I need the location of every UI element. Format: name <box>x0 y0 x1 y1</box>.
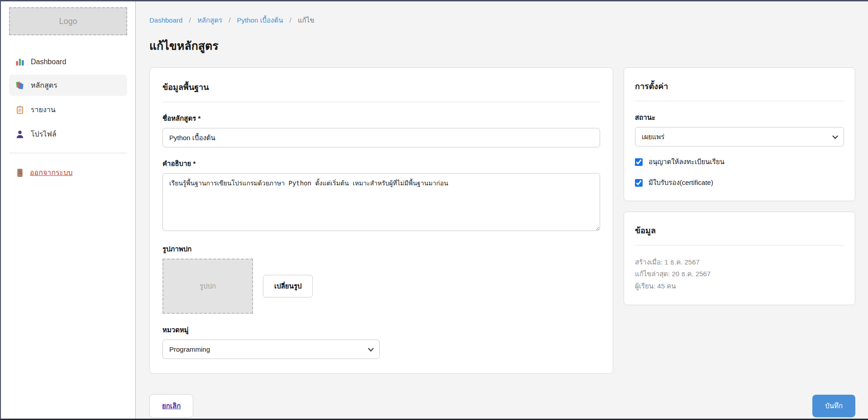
save-button[interactable]: บันทึก <box>812 395 855 417</box>
cover-placeholder-text: รูปปก <box>200 281 216 292</box>
info-card: ข้อมูล สร้างเมื่อ: 1 ธ.ค. 2567 แก้ไขล่าส… <box>624 212 855 305</box>
sidebar-item-courses[interactable]: หลักสูตร <box>9 75 127 96</box>
description-textarea[interactable]: เรียนรู้พื้นฐานการเขียนโปรแกรมด้วยภาษา P… <box>162 173 600 231</box>
category-label: หมวดหมู่ <box>162 325 600 335</box>
app-window: Logo Dashboard <box>0 0 868 420</box>
breadcrumb-separator: / <box>229 16 230 24</box>
settings-card-title: การตั้งค่า <box>635 78 844 101</box>
right-column: การตั้งค่า สถานะ เผยแพร่ อนุญาตให้ลงทะเบ… <box>624 67 855 305</box>
info-created-line: สร้างเมื่อ: 1 ธ.ค. 2567 <box>635 256 844 268</box>
bar-chart-icon <box>15 57 24 66</box>
sidebar-item-reports[interactable]: รายงาน <box>9 99 127 120</box>
category-select-wrap: Programming <box>162 340 380 359</box>
settings-card: การตั้งค่า สถานะ เผยแพร่ อนุญาตให้ลงทะเบ… <box>624 67 855 201</box>
sidebar-divider <box>9 153 127 153</box>
door-icon <box>15 168 24 177</box>
breadcrumb-separator: / <box>189 16 191 24</box>
sidebar-item-profile[interactable]: โปรไฟล์ <box>9 123 127 145</box>
sidebar: Logo Dashboard <box>1 1 136 419</box>
change-image-button[interactable]: เปลี่ยนรูป <box>263 275 313 297</box>
basic-info-card-title: ข้อมูลพื้นฐาน <box>162 79 600 102</box>
status-label: สถานะ <box>635 112 844 123</box>
logout-label: ออกจากระบบ <box>30 167 72 178</box>
logo: Logo <box>9 7 127 35</box>
info-updated-line: แก้ไขล่าสุด: 20 ธ.ค. 2567 <box>635 268 844 280</box>
allow-enrollment-checkbox[interactable] <box>635 158 643 166</box>
clipboard-icon <box>15 105 24 114</box>
cover-image-placeholder: รูปปก <box>162 259 253 314</box>
form-actions: ยกเลิก บันทึก <box>149 394 855 418</box>
certificate-label: มีใบรับรอง(certificate) <box>649 177 713 188</box>
allow-enrollment-label: อนุญาตให้ลงทะเบียนเรียน <box>649 156 725 167</box>
category-field-group: หมวดหมู่ Programming <box>162 325 600 359</box>
sidebar-nav: Dashboard หลักสูตร <box>9 52 127 145</box>
breadcrumb-current: แก้ไข <box>298 16 315 24</box>
status-select[interactable]: เผยแพร่ <box>635 127 844 146</box>
logo-text: Logo <box>59 17 77 26</box>
certificate-checkbox-row[interactable]: มีใบรับรอง(certificate) <box>635 177 844 188</box>
breadcrumb-separator: / <box>290 16 291 24</box>
basic-info-card: ข้อมูลพื้นฐาน ชื่อหลักสูตร * คำอธิบาย * … <box>149 67 613 374</box>
course-name-input[interactable] <box>162 128 600 147</box>
certificate-checkbox[interactable] <box>635 179 643 187</box>
description-field-group: คำอธิบาย * เรียนรู้พื้นฐานการเขียนโปรแกร… <box>162 158 600 233</box>
breadcrumb-link-courses[interactable]: หลักสูตร <box>197 16 222 24</box>
breadcrumb-link-dashboard[interactable]: Dashboard <box>149 16 182 24</box>
breadcrumb-link-course[interactable]: Python เบื้องต้น <box>237 16 283 24</box>
person-icon <box>15 130 24 139</box>
info-card-title: ข้อมูล <box>635 222 844 245</box>
course-name-label: ชื่อหลักสูตร * <box>162 113 600 124</box>
course-name-field-group: ชื่อหลักสูตร * <box>162 113 600 147</box>
page-title: แก้ไขหลักสูตร <box>149 37 855 55</box>
books-icon <box>15 81 24 90</box>
info-students-line: ผู้เรียน: 45 คน <box>635 280 844 292</box>
main-content: Dashboard / หลักสูตร / Python เบื้องต้น … <box>136 1 868 419</box>
description-label: คำอธิบาย * <box>162 158 600 169</box>
allow-enrollment-checkbox-row[interactable]: อนุญาตให้ลงทะเบียนเรียน <box>635 156 844 167</box>
status-field-group: สถานะ เผยแพร่ <box>635 112 844 146</box>
cover-image-label: รูปภาพปก <box>162 244 600 255</box>
sidebar-item-dashboard[interactable]: Dashboard <box>9 52 127 71</box>
breadcrumb: Dashboard / หลักสูตร / Python เบื้องต้น … <box>149 15 855 26</box>
sidebar-item-label: รายงาน <box>31 104 56 115</box>
cover-image-field-group: รูปภาพปก รูปปก เปลี่ยนรูป <box>162 244 600 314</box>
sidebar-item-label: Dashboard <box>31 58 66 66</box>
logout-link[interactable]: ออกจากระบบ <box>9 167 127 178</box>
category-select[interactable]: Programming <box>162 340 380 359</box>
content-columns: ข้อมูลพื้นฐาน ชื่อหลักสูตร * คำอธิบาย * … <box>149 67 855 374</box>
sidebar-item-label: หลักสูตร <box>31 80 57 91</box>
sidebar-item-label: โปรไฟล์ <box>31 128 57 140</box>
status-select-wrap: เผยแพร่ <box>635 127 844 146</box>
cancel-button[interactable]: ยกเลิก <box>149 394 193 418</box>
cover-image-row: รูปปก เปลี่ยนรูป <box>162 259 600 314</box>
